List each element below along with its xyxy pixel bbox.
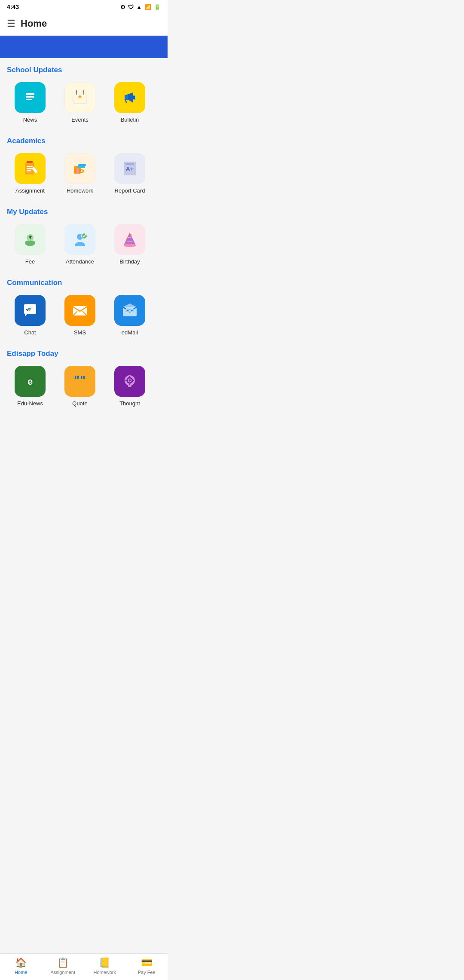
- svg-rect-23: [76, 168, 79, 174]
- header: ☰ Home: [0, 14, 168, 36]
- attendance-label: Attendance: [66, 258, 94, 265]
- section-title-communication: Communication: [7, 279, 161, 287]
- assignment-label: Assignment: [15, 187, 45, 194]
- my-updates-grid: ₹ Fee: [7, 222, 161, 269]
- svg-rect-1: [26, 93, 34, 95]
- events-label: Events: [71, 116, 89, 123]
- status-icons: ⚙ 🛡 ▲ 📶 🔋: [120, 4, 161, 10]
- thought-item[interactable]: Thought: [107, 364, 153, 411]
- school-updates-grid: News Events: [7, 80, 161, 127]
- svg-text:A+: A+: [126, 165, 134, 172]
- assignment-icon: [15, 153, 46, 184]
- events-icon: [64, 82, 95, 113]
- edmail-icon: [114, 295, 145, 326]
- birthday-icon: [114, 224, 145, 255]
- section-school-updates: School Updates News: [0, 58, 168, 129]
- section-title-edisapp-today: Edisapp Today: [7, 349, 161, 358]
- svg-rect-10: [125, 95, 128, 100]
- reportcard-label: Report Card: [115, 187, 145, 194]
- edunews-icon: e: [15, 366, 46, 397]
- quote-label: Quote: [72, 400, 87, 407]
- bulletin-icon: [114, 82, 145, 113]
- section-title-academics: Academics: [7, 137, 161, 145]
- fee-icon: ₹: [15, 224, 46, 255]
- chat-label: Chat: [24, 329, 36, 336]
- wifi-icon: ▲: [136, 4, 142, 10]
- svg-text:₹: ₹: [29, 235, 32, 240]
- section-academics: Academics Assignment: [0, 129, 168, 200]
- settings-icon: ⚙: [120, 4, 125, 10]
- edunews-item[interactable]: e Edu-News: [7, 364, 53, 411]
- svg-rect-17: [27, 170, 31, 172]
- news-item[interactable]: News: [7, 80, 53, 127]
- academics-grid: Assignment Homework: [7, 151, 161, 198]
- news-icon: [15, 82, 46, 113]
- section-communication: Communication Chat: [0, 271, 168, 342]
- homework-icon: [64, 153, 95, 184]
- svg-rect-58: [128, 385, 131, 387]
- svg-point-38: [131, 234, 132, 236]
- news-label: News: [23, 116, 37, 123]
- thought-label: Thought: [119, 400, 140, 407]
- svg-rect-16: [27, 168, 33, 169]
- status-bar: 4:43 ⚙ 🛡 ▲ 📶 🔋: [0, 0, 168, 14]
- shield-icon: 🛡: [128, 4, 134, 10]
- bulletin-label: Bulletin: [121, 116, 139, 123]
- chat-icon: [15, 295, 46, 326]
- reportcard-icon: A+: [114, 153, 145, 184]
- edisapp-today-grid: e Edu-News " " Quote: [7, 364, 161, 411]
- main-content: School Updates News: [0, 58, 168, 447]
- attendance-icon: [64, 224, 95, 255]
- communication-grid: Chat SMS: [7, 293, 161, 340]
- signal-icon: 📶: [144, 4, 151, 10]
- svg-point-53: [129, 380, 131, 382]
- svg-point-11: [133, 95, 135, 100]
- birthday-label: Birthday: [119, 258, 140, 265]
- assignment-item[interactable]: Assignment: [7, 151, 53, 198]
- fee-label: Fee: [25, 258, 35, 265]
- fee-item[interactable]: ₹ Fee: [7, 222, 53, 269]
- svg-text:": ": [80, 373, 85, 386]
- blue-banner: [0, 36, 168, 58]
- quote-item[interactable]: " " Quote: [57, 364, 103, 411]
- svg-marker-34: [124, 233, 136, 245]
- battery-icon: 🔋: [154, 4, 161, 10]
- homework-item[interactable]: Homework: [57, 151, 103, 198]
- svg-rect-3: [26, 99, 32, 100]
- sms-icon: [64, 295, 95, 326]
- svg-rect-15: [27, 166, 33, 167]
- hamburger-menu-icon[interactable]: ☰: [7, 18, 15, 29]
- svg-text:": ": [74, 373, 79, 386]
- svg-rect-14: [27, 161, 33, 163]
- svg-rect-27: [125, 163, 134, 165]
- events-item[interactable]: Events: [57, 80, 103, 127]
- quote-icon: " ": [64, 366, 95, 397]
- thought-icon: [114, 366, 145, 397]
- svg-rect-2: [26, 96, 34, 98]
- svg-line-12: [125, 100, 126, 103]
- section-my-updates: My Updates ₹ Fee: [0, 200, 168, 271]
- page-title: Home: [21, 18, 47, 29]
- edmail-label: edMail: [122, 329, 138, 336]
- sms-item[interactable]: SMS: [57, 293, 103, 340]
- attendance-item[interactable]: Attendance: [57, 222, 103, 269]
- section-title-my-updates: My Updates: [7, 208, 161, 216]
- section-title-school-updates: School Updates: [7, 66, 161, 74]
- time: 4:43: [7, 3, 19, 10]
- svg-text:e: e: [27, 376, 33, 387]
- birthday-item[interactable]: Birthday: [107, 222, 153, 269]
- svg-point-39: [126, 239, 128, 240]
- sms-label: SMS: [74, 329, 86, 336]
- homework-label: Homework: [67, 187, 93, 194]
- reportcard-item[interactable]: A+ Report Card: [107, 151, 153, 198]
- svg-point-35: [124, 244, 136, 247]
- edunews-label: Edu-News: [17, 400, 43, 407]
- chat-item[interactable]: Chat: [7, 293, 53, 340]
- bulletin-item[interactable]: Bulletin: [107, 80, 153, 127]
- section-edisapp-today: Edisapp Today e Edu-News " ": [0, 342, 168, 413]
- edmail-item[interactable]: edMail: [107, 293, 153, 340]
